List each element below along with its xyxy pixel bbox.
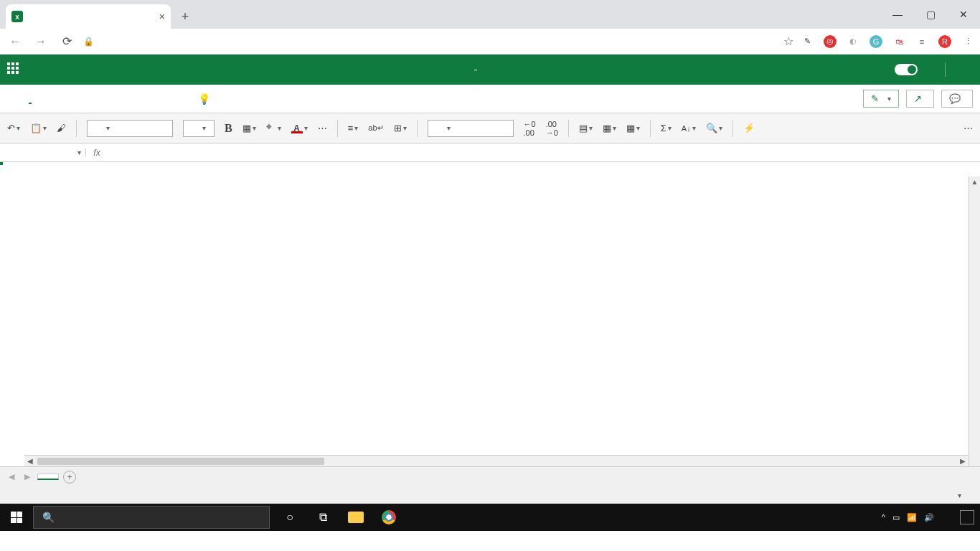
fx-icon[interactable]: fx <box>86 148 108 158</box>
ext-icon-4[interactable]: G <box>870 35 882 48</box>
app-launcher-icon[interactable] <box>7 62 22 77</box>
spreadsheet-grid: ▲ ◀ ▶ <box>0 162 980 466</box>
bold-button[interactable]: B <box>225 122 232 135</box>
sheet-nav-prev[interactable]: ◀ <box>6 472 17 481</box>
sheet-tab-bar: ◀ ▶ + <box>0 466 980 486</box>
maximize-icon[interactable]: ▢ <box>914 0 947 29</box>
cells-button[interactable]: ▦▾ <box>626 123 640 133</box>
ext-icon-2[interactable]: ◎ <box>824 35 837 48</box>
system-tray: ^ ▭ 📶 🔊 <box>882 510 980 524</box>
excel-header: - <box>0 55 980 85</box>
browser-tab[interactable]: x × <box>6 4 171 29</box>
merge-button[interactable]: ⊞▾ <box>394 123 407 133</box>
align-button[interactable]: ≡▾ <box>348 123 359 133</box>
conditional-format-button[interactable]: ▤▾ <box>579 123 593 133</box>
font-name-select[interactable]: ▾ <box>87 120 173 137</box>
undo-button[interactable]: ↶▾ <box>7 123 20 133</box>
new-tab-button[interactable]: + <box>175 6 195 27</box>
tab-home[interactable] <box>29 94 32 104</box>
reload-button[interactable]: ⟳ <box>57 32 76 51</box>
toolbar: ↶▾ 📋▾ 🖌 ▾ ▾ B ▦▾ ▾ A▾ ⋯ ≡▾ ab↵ ⊞▾ ▾ ←0.0… <box>0 113 980 143</box>
forward-button: → <box>32 32 50 51</box>
format-painter-button[interactable]: 🖌 <box>57 123 66 133</box>
divider <box>337 120 338 137</box>
fill-color-button[interactable]: ▾ <box>266 123 281 133</box>
tell-me-search[interactable]: 💡 <box>198 93 216 105</box>
share-button[interactable]: ↗ <box>906 90 934 108</box>
tab-file[interactable] <box>7 95 10 103</box>
tray-chevron-icon[interactable]: ^ <box>882 513 885 522</box>
bookmark-star-icon[interactable]: ☆ <box>783 34 793 48</box>
vertical-scrollbar[interactable]: ▲ <box>969 176 980 466</box>
divider <box>417 120 418 137</box>
find-button[interactable]: 🔍▾ <box>706 123 722 133</box>
task-view-icon[interactable]: ⧉ <box>308 506 337 529</box>
horizontal-scrollbar[interactable]: ◀ ▶ <box>24 455 969 466</box>
lightbulb-icon: 💡 <box>198 93 210 105</box>
wifi-icon[interactable]: 📶 <box>907 513 917 522</box>
add-sheet-button[interactable]: + <box>63 471 76 484</box>
autosum-button[interactable]: Σ▾ <box>661 123 672 133</box>
scroll-thumb[interactable] <box>37 458 324 465</box>
font-size-select[interactable]: ▾ <box>183 120 215 137</box>
selection-outline <box>0 162 3 165</box>
scroll-right-icon[interactable]: ▶ <box>957 457 969 465</box>
share-icon: ↗ <box>914 93 922 104</box>
simplified-ribbon-toggle[interactable] <box>895 64 918 75</box>
scroll-left-icon[interactable]: ◀ <box>24 457 36 465</box>
tab-formulas[interactable] <box>72 95 75 103</box>
volume-icon[interactable]: 🔊 <box>924 513 934 522</box>
decrease-decimal-button[interactable]: .00→0 <box>546 120 558 137</box>
name-box[interactable]: ▾ <box>0 149 86 156</box>
notification-icon[interactable] <box>960 510 974 524</box>
tab-review[interactable] <box>115 95 118 103</box>
tab-help[interactable] <box>158 95 161 103</box>
number-format-select[interactable]: ▾ <box>428 120 514 137</box>
editing-mode-button[interactable]: ✎ ▾ <box>863 90 899 108</box>
paste-button[interactable]: 📋▾ <box>30 123 47 133</box>
pencil-icon: ✎ <box>871 93 879 104</box>
scroll-up-icon[interactable]: ▲ <box>969 176 980 188</box>
font-color-button[interactable]: A▾ <box>291 123 308 133</box>
chevron-down-icon: ▾ <box>887 95 891 103</box>
reading-list-icon[interactable]: ≡ <box>915 35 928 48</box>
back-button[interactable]: ← <box>6 32 24 51</box>
sheet-tab[interactable] <box>37 474 59 480</box>
chrome-icon[interactable] <box>374 506 403 529</box>
border-button[interactable]: ▦▾ <box>242 123 256 133</box>
ideas-button[interactable]: ⚡ <box>743 123 755 133</box>
close-window-icon[interactable]: ✕ <box>947 0 980 29</box>
file-explorer-icon[interactable] <box>341 506 370 529</box>
comment-icon: 💬 <box>949 93 961 104</box>
divider <box>732 120 733 137</box>
cortana-icon[interactable]: ○ <box>275 506 304 529</box>
sort-filter-button[interactable]: A↓▾ <box>682 124 696 133</box>
more-font-options[interactable]: ⋯ <box>318 123 327 133</box>
start-button[interactable] <box>0 512 33 523</box>
windows-icon <box>11 512 22 523</box>
tab-insert[interactable] <box>50 95 53 103</box>
ext-icon-3[interactable]: ◐ <box>847 35 859 48</box>
chevron-down-icon: ▾ <box>77 149 81 156</box>
chrome-menu-icon[interactable]: ⋮ <box>961 35 974 48</box>
status-right: ▾ <box>935 490 973 500</box>
battery-icon[interactable]: ▭ <box>892 513 900 522</box>
close-tab-icon[interactable]: × <box>159 11 165 22</box>
taskbar-search[interactable]: 🔍 <box>33 506 270 529</box>
ext-icon-1[interactable]: ✎ <box>801 35 814 48</box>
divider <box>945 62 946 77</box>
chevron-down-icon[interactable]: ▾ <box>958 491 961 499</box>
comments-button[interactable]: 💬 <box>941 90 973 108</box>
address-bar-row: ← → ⟳ 🔒 ☆ ✎ ◎ ◐ G 🛍 ≡ R ⋮ <box>0 29 980 55</box>
tab-data[interactable] <box>93 95 96 103</box>
profile-avatar[interactable]: R <box>938 35 951 48</box>
divider <box>650 120 651 137</box>
tab-view[interactable] <box>136 95 139 103</box>
wrap-text-button[interactable]: ab↵ <box>368 123 383 133</box>
sheet-nav-next[interactable]: ▶ <box>22 472 33 481</box>
minimize-icon[interactable]: — <box>881 0 914 29</box>
increase-decimal-button[interactable]: ←0.00 <box>524 120 536 137</box>
format-table-button[interactable]: ▦▾ <box>603 123 616 133</box>
overflow-menu[interactable]: ⋯ <box>963 123 973 133</box>
ext-icon-5[interactable]: 🛍 <box>892 35 905 48</box>
